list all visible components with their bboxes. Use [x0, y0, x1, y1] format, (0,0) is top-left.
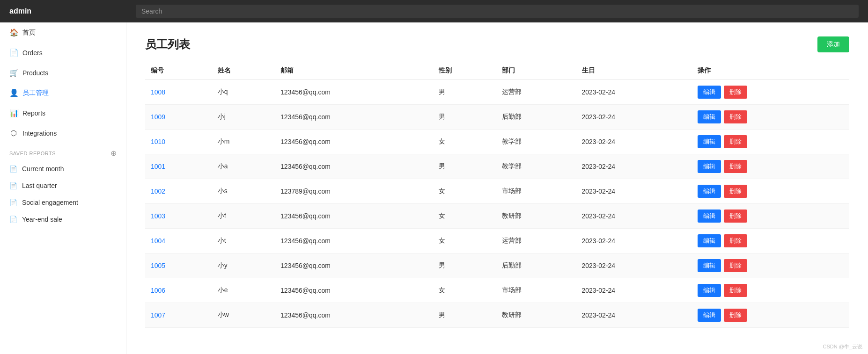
- sidebar-label-orders: Orders: [22, 49, 43, 57]
- table-row: 1002小s123789@qq.com女市场部2023-02-24 编辑 删除: [145, 179, 849, 204]
- cell-9-5: 2023-02-24: [576, 303, 692, 328]
- delete-button-2[interactable]: 删除: [724, 135, 747, 148]
- cell-0-4: 运营部: [496, 80, 576, 105]
- cell-7-4: 后勤部: [496, 253, 576, 278]
- home-icon: 🏠: [9, 28, 18, 37]
- orders-icon: 📄: [9, 48, 18, 57]
- cell-2-5: 2023-02-24: [576, 130, 692, 154]
- cell-7-3: 男: [433, 253, 496, 278]
- sidebar-item-home[interactable]: 🏠首页: [0, 22, 126, 43]
- edit-button-4[interactable]: 编辑: [698, 185, 721, 198]
- table-row: 1008小q123456@qq.com男运营部2023-02-24 编辑 删除: [145, 80, 849, 105]
- delete-button-3[interactable]: 删除: [724, 160, 747, 173]
- delete-button-7[interactable]: 删除: [724, 259, 747, 272]
- cell-2-1: 小m: [212, 130, 275, 154]
- sidebar-item-reports[interactable]: 📊Reports: [0, 103, 126, 123]
- sidebar-report-social-engagement[interactable]: 📄Social engagement: [0, 194, 126, 211]
- edit-button-8[interactable]: 编辑: [698, 284, 721, 297]
- cell-3-4: 教学部: [496, 154, 576, 179]
- sidebar-report-year-end-sale[interactable]: 📄Year-end sale: [0, 211, 126, 228]
- report-icon-year-end-sale: 📄: [9, 216, 17, 223]
- add-button[interactable]: 添加: [817, 36, 849, 52]
- cell-4-4: 市场部: [496, 179, 576, 204]
- saved-reports-section: SAVED REPORTS ⊕: [0, 143, 126, 160]
- delete-button-0[interactable]: 删除: [724, 86, 747, 99]
- table-row: 1007小w123456@qq.com男教研部2023-02-24 编辑 删除: [145, 303, 849, 328]
- delete-button-4[interactable]: 删除: [724, 185, 747, 198]
- watermark: CSDN @牛_云说: [823, 343, 862, 350]
- cell-6-1: 小t: [212, 229, 275, 253]
- cell-7-2: 123456@qq.com: [275, 253, 433, 278]
- cell-3-2: 123456@qq.com: [275, 154, 433, 179]
- saved-reports-title: SAVED REPORTS: [9, 151, 56, 156]
- cell-4-1: 小s: [212, 179, 275, 204]
- cell-1-0: 1009: [145, 105, 212, 130]
- cell-9-2: 123456@qq.com: [275, 303, 433, 328]
- actions-2: 编辑 删除: [692, 130, 849, 154]
- sidebar-label-integrations: Integrations: [22, 130, 57, 137]
- cell-3-3: 男: [433, 154, 496, 179]
- cell-4-5: 2023-02-24: [576, 179, 692, 204]
- cell-3-0: 1001: [145, 154, 212, 179]
- cell-0-3: 男: [433, 80, 496, 105]
- cell-8-2: 123456@qq.com: [275, 278, 433, 303]
- sidebar-item-orders[interactable]: 📄Orders: [0, 43, 126, 63]
- edit-button-1[interactable]: 编辑: [698, 110, 721, 123]
- sidebar-item-employee[interactable]: 👤员工管理: [0, 83, 126, 103]
- cell-9-4: 教研部: [496, 303, 576, 328]
- cell-1-1: 小j: [212, 105, 275, 130]
- cell-9-1: 小w: [212, 303, 275, 328]
- sidebar-label-home: 首页: [22, 29, 36, 37]
- edit-button-3[interactable]: 编辑: [698, 160, 721, 173]
- sidebar-reports: 📄Current month📄Last quarter📄Social engag…: [0, 160, 126, 228]
- search-input[interactable]: [136, 5, 859, 18]
- main-content: 员工列表 添加 编号姓名邮箱性别部门生日操作 1008小q123456@qq.c…: [126, 22, 868, 354]
- edit-button-9[interactable]: 编辑: [698, 309, 721, 322]
- table-row: 1009小j123456@qq.com男后勤部2023-02-24 编辑 删除: [145, 105, 849, 130]
- cell-1-4: 后勤部: [496, 105, 576, 130]
- edit-button-6[interactable]: 编辑: [698, 234, 721, 247]
- edit-button-2[interactable]: 编辑: [698, 135, 721, 148]
- sidebar-report-current-month[interactable]: 📄Current month: [0, 160, 126, 177]
- sidebar: 🏠首页📄Orders🛒Products👤员工管理📊Reports⬡Integra…: [0, 22, 126, 354]
- delete-button-8[interactable]: 删除: [724, 284, 747, 297]
- delete-button-9[interactable]: 删除: [724, 309, 747, 322]
- cell-6-5: 2023-02-24: [576, 229, 692, 253]
- cell-9-3: 男: [433, 303, 496, 328]
- sidebar-report-last-quarter[interactable]: 📄Last quarter: [0, 177, 126, 194]
- cell-0-0: 1008: [145, 80, 212, 105]
- report-label-year-end-sale: Year-end sale: [22, 216, 62, 223]
- col-header-6: 操作: [692, 62, 849, 80]
- cell-4-2: 123789@qq.com: [275, 179, 433, 204]
- actions-3: 编辑 删除: [692, 154, 849, 179]
- report-label-last-quarter: Last quarter: [22, 182, 57, 189]
- cell-8-3: 女: [433, 278, 496, 303]
- cell-2-4: 教学部: [496, 130, 576, 154]
- sidebar-item-products[interactable]: 🛒Products: [0, 63, 126, 83]
- table-row: 1003小f123456@qq.com女教研部2023-02-24 编辑 删除: [145, 204, 849, 229]
- products-icon: 🛒: [9, 68, 18, 77]
- delete-button-5[interactable]: 删除: [724, 210, 747, 223]
- report-icon-social-engagement: 📄: [9, 199, 17, 206]
- page-title: 员工列表: [145, 37, 190, 52]
- edit-button-5[interactable]: 编辑: [698, 210, 721, 223]
- actions-9: 编辑 删除: [692, 303, 849, 328]
- edit-button-0[interactable]: 编辑: [698, 86, 721, 99]
- col-header-2: 邮箱: [275, 62, 433, 80]
- col-header-4: 部门: [496, 62, 576, 80]
- cell-6-0: 1004: [145, 229, 212, 253]
- edit-button-7[interactable]: 编辑: [698, 259, 721, 272]
- delete-button-6[interactable]: 删除: [724, 234, 747, 247]
- table-row: 1004小t123456@qq.com女运营部2023-02-24 编辑 删除: [145, 229, 849, 253]
- report-label-current-month: Current month: [22, 165, 64, 173]
- cell-1-2: 123456@qq.com: [275, 105, 433, 130]
- main-layout: 🏠首页📄Orders🛒Products👤员工管理📊Reports⬡Integra…: [0, 22, 868, 354]
- cell-0-5: 2023-02-24: [576, 80, 692, 105]
- cell-7-1: 小y: [212, 253, 275, 278]
- employee-table: 编号姓名邮箱性别部门生日操作 1008小q123456@qq.com男运营部20…: [145, 62, 849, 328]
- delete-button-1[interactable]: 删除: [724, 110, 747, 123]
- cell-2-3: 女: [433, 130, 496, 154]
- add-report-icon[interactable]: ⊕: [110, 149, 117, 158]
- sidebar-item-integrations[interactable]: ⬡Integrations: [0, 123, 126, 143]
- cell-1-3: 男: [433, 105, 496, 130]
